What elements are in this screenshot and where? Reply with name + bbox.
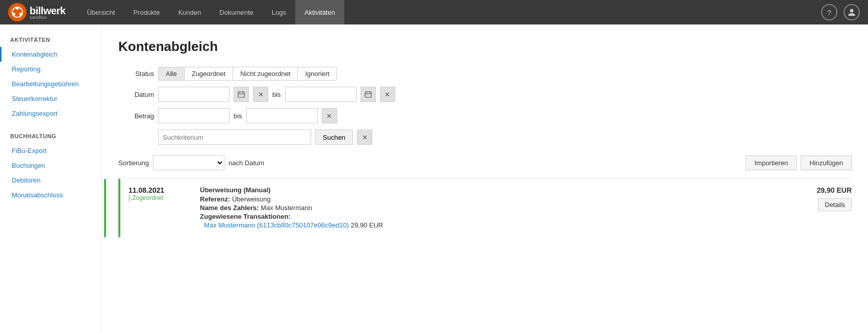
trans-transaktionen-link-row: Max Mustermann (6113cb80c750107e06c9ed10… xyxy=(200,221,790,229)
sidebar: AKTIVITÄTEN Kontenabgleich Reporting Bea… xyxy=(0,24,102,333)
topnav: billwerk sandbox Übersicht Produkte Kund… xyxy=(0,0,868,24)
amount-label: Betrag xyxy=(118,112,154,120)
sort-select[interactable] xyxy=(153,155,224,170)
sidebar-item-fibu-export[interactable]: FiBu-Export xyxy=(0,143,101,158)
date-from-calendar-icon[interactable] xyxy=(234,87,249,102)
add-button[interactable]: Hinzufügen xyxy=(801,156,852,170)
sidebar-item-buchungen[interactable]: Buchungen xyxy=(0,158,101,173)
sidebar-item-zahlungsexport[interactable]: Zahlungsexport xyxy=(0,106,101,121)
trans-date-col: 11.08.2021 Zugeordnet xyxy=(129,186,200,201)
sort-label: Sortierung xyxy=(118,159,149,167)
svg-rect-10 xyxy=(365,92,371,97)
transaction-list: 11.08.2021 Zugeordnet Überweisung (Manua… xyxy=(118,178,852,237)
date-label: Datum xyxy=(118,91,154,98)
sort-action-row: Sortierung nach Datum Importieren Hinzuf… xyxy=(118,155,852,170)
sidebar-section-aktivitaeten: AKTIVITÄTEN xyxy=(0,37,101,47)
sidebar-item-steuerkorrektur[interactable]: Steuerkorrektur xyxy=(0,91,101,106)
help-button[interactable]: ? xyxy=(821,4,837,20)
sidebar-item-bearbeitungsgebuehren[interactable]: Bearbeitungsgebühren xyxy=(0,76,101,91)
content-area: Kontenabgleich Status Alle Zugeordnet Ni… xyxy=(102,24,868,333)
main-layout: AKTIVITÄTEN Kontenabgleich Reporting Bea… xyxy=(0,24,868,333)
svg-point-2 xyxy=(16,7,19,10)
trans-referenz-label: Referenz: xyxy=(200,195,230,203)
sidebar-item-debitoren[interactable]: Debitoren xyxy=(0,173,101,188)
logo: billwerk sandbox xyxy=(8,3,65,21)
nav-logs[interactable]: Logs xyxy=(263,0,295,24)
amount-bis-label: bis xyxy=(234,112,242,120)
nav-kunden[interactable]: Kunden xyxy=(169,0,210,24)
user-icon xyxy=(848,8,856,16)
details-button[interactable]: Details xyxy=(818,198,852,211)
status-btn-alle[interactable]: Alle xyxy=(159,67,185,80)
nav-uebersicht[interactable]: Übersicht xyxy=(78,0,124,24)
sidebar-spacer xyxy=(0,121,101,133)
date-from-clear-icon[interactable]: ✕ xyxy=(253,87,268,102)
action-buttons: Importieren Hinzufügen xyxy=(746,156,852,170)
nav-produkte[interactable]: Produkte xyxy=(124,0,169,24)
trans-transaktionen-label: Zugewiesene Transaktionen: xyxy=(200,213,291,220)
trans-zahler-label: Name des Zahlers: xyxy=(200,204,259,212)
table-row: 11.08.2021 Zugeordnet Überweisung (Manua… xyxy=(118,178,852,237)
amount-from-input[interactable] xyxy=(158,108,229,123)
status-btn-nicht-zugeordnet[interactable]: Nicht zugeordnet xyxy=(233,67,298,80)
status-button-group: Alle Zugeordnet Nicht zugeordnet Ignorie… xyxy=(158,67,337,81)
sort-left: Sortierung nach Datum xyxy=(118,155,264,170)
trans-status: Zugeordnet xyxy=(129,194,200,201)
search-filter-row: Suchen ✕ xyxy=(118,130,852,145)
trans-zahler: Name des Zahlers: Max Mustermann xyxy=(200,204,790,212)
date-to-calendar-icon[interactable] xyxy=(361,87,376,102)
trans-transaktionen-amount: 29,90 EUR xyxy=(351,221,384,229)
date-from-input[interactable] xyxy=(158,87,229,102)
sidebar-section-buchhaltung: BUCHHALTUNG xyxy=(0,133,101,143)
search-input[interactable] xyxy=(158,130,311,145)
status-label: Status xyxy=(118,70,154,78)
search-button[interactable]: Suchen xyxy=(315,130,353,145)
user-button[interactable] xyxy=(844,4,860,20)
date-to-clear-icon[interactable]: ✕ xyxy=(380,87,395,102)
nav-aktivitaeten[interactable]: Aktivitäten xyxy=(295,0,344,24)
trans-zahler-value: Max Mustermann xyxy=(261,204,312,212)
sidebar-item-monatsabschluss[interactable]: Monatsabschluss xyxy=(0,188,101,202)
trans-referenz-value: Überweisung xyxy=(232,195,271,203)
date-filter-row: Datum ✕ bis ✕ xyxy=(118,87,852,102)
svg-point-4 xyxy=(12,13,15,16)
amount-filter-row: Betrag bis ✕ xyxy=(118,108,852,123)
sidebar-item-reporting[interactable]: Reporting xyxy=(0,62,101,76)
svg-point-3 xyxy=(19,13,22,16)
sort-after-label: nach Datum xyxy=(228,159,264,167)
search-clear-icon[interactable]: ✕ xyxy=(357,130,372,145)
date-to-input[interactable] xyxy=(285,87,356,102)
nav-right: ? xyxy=(821,4,860,20)
logo-icon xyxy=(8,3,27,21)
svg-point-5 xyxy=(850,9,854,13)
svg-rect-6 xyxy=(238,92,244,97)
import-button[interactable]: Importieren xyxy=(746,156,797,170)
amount-clear-icon[interactable]: ✕ xyxy=(322,108,337,123)
trans-title: Überweisung (Manual) xyxy=(200,186,790,194)
trans-details: Überweisung (Manual) Referenz: Überweisu… xyxy=(200,186,790,230)
nav-links: Übersicht Produkte Kunden Dokumente Logs… xyxy=(78,0,821,24)
nav-dokumente[interactable]: Dokumente xyxy=(210,0,262,24)
status-filter-row: Status Alle Zugeordnet Nicht zugeordnet … xyxy=(118,67,852,81)
svg-point-0 xyxy=(8,3,27,21)
status-btn-ignoriert[interactable]: Ignoriert xyxy=(298,67,337,80)
trans-amount: 29,90 EUR xyxy=(790,186,852,194)
page-title: Kontenabgleich xyxy=(118,39,852,55)
trans-amount-col: 29,90 EUR Details xyxy=(790,186,852,211)
sidebar-item-kontenabgleich[interactable]: Kontenabgleich xyxy=(0,47,101,62)
trans-referenz: Referenz: Überweisung xyxy=(200,195,790,203)
amount-to-input[interactable] xyxy=(246,108,318,123)
date-bis-label: bis xyxy=(272,91,281,98)
trans-transaktionen: Zugewiesene Transaktionen: xyxy=(200,213,790,220)
trans-transaktionen-link[interactable]: Max Mustermann (6113cb80c750107e06c9ed10… xyxy=(204,221,349,229)
status-btn-zugeordnet[interactable]: Zugeordnet xyxy=(185,67,234,80)
trans-date: 11.08.2021 xyxy=(129,186,200,194)
filter-area: Status Alle Zugeordnet Nicht zugeordnet … xyxy=(118,67,852,145)
